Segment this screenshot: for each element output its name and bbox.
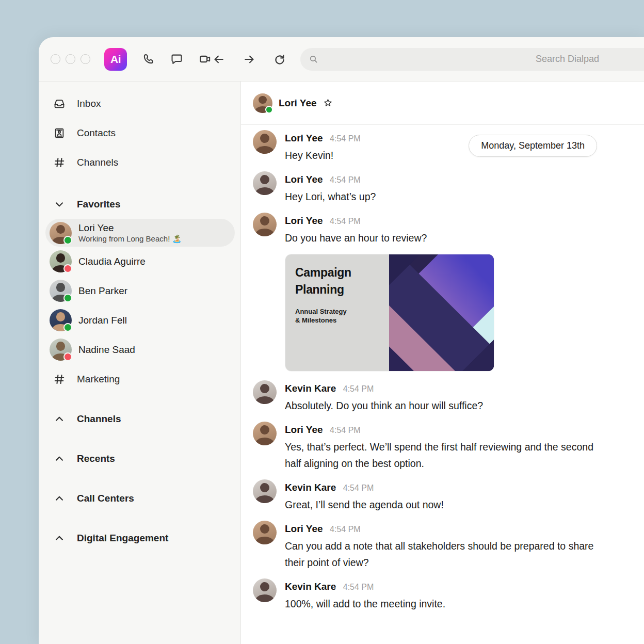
message-text: Do you have an hour to review?	[285, 230, 427, 246]
sidebar-section-digital-engagement[interactable]: Digital Engagement	[39, 523, 240, 553]
chat-title: Lori Yee	[279, 98, 317, 109]
window-body: Inbox Contacts Channels Favorites Lori Y…	[39, 82, 644, 644]
message-sender: Kevin Kare	[285, 383, 336, 394]
window-control-dot[interactable]	[81, 54, 90, 64]
message-text: Great, I’ll send the agenda out now!	[285, 496, 444, 513]
card-artwork	[389, 254, 494, 371]
sidebar-section-favorites[interactable]: Favorites	[39, 189, 240, 219]
avatar	[253, 213, 277, 236]
presence-dot	[63, 294, 72, 302]
contact-name: Claudia Aguirre	[78, 255, 146, 267]
presence-dot	[63, 264, 72, 273]
attachment-row: CampaignPlanning Annual Strategy& Milest…	[285, 254, 625, 372]
sidebar-section-channels[interactable]: Channels	[39, 404, 240, 433]
message-text: 100%, will add to the meeting invite.	[285, 595, 445, 612]
contacts-icon	[53, 126, 66, 140]
window-control-dot[interactable]	[66, 54, 75, 64]
message-sender: Kevin Kare	[285, 482, 336, 493]
sidebar-contact-nadine-saad[interactable]: Nadine Saad	[39, 335, 240, 364]
card-title: CampaignPlanning	[295, 264, 389, 298]
sidebar-contact-claudia-aguirre[interactable]: Claudia Aguirre	[39, 247, 240, 276]
sidebar-item-label: Inbox	[77, 98, 101, 109]
campaign-card-attachment[interactable]: CampaignPlanning Annual Strategy& Milest…	[285, 254, 494, 372]
card-subtitle: Annual Strategy& Milestones	[295, 307, 389, 325]
avatar	[253, 130, 277, 154]
message-time: 4:54 PM	[330, 134, 361, 143]
sidebar-contact-ben-parker[interactable]: Ben Parker	[39, 276, 240, 305]
dialpad-window: Ai	[39, 37, 644, 644]
message-list: Monday, September 13th Lori Yee 4:54 PM …	[241, 125, 644, 644]
message-sender: Lori Yee	[285, 424, 323, 435]
sidebar-section-recents[interactable]: Recents	[39, 444, 240, 473]
section-label: Channels	[77, 413, 121, 425]
avatar	[253, 521, 277, 544]
message-time: 4:54 PM	[330, 175, 361, 184]
contact-name: Lori Yee	[78, 222, 182, 234]
message-sender: Lori Yee	[285, 523, 323, 534]
avatar	[50, 222, 72, 244]
phone-icon[interactable]	[141, 52, 155, 66]
sidebar-item-label: Channels	[77, 157, 118, 168]
avatar	[253, 422, 277, 445]
window-control-dot[interactable]	[51, 54, 60, 64]
avatar	[253, 171, 277, 195]
logo-text: Ai	[110, 53, 121, 66]
presence-dot	[63, 236, 72, 245]
reload-icon[interactable]	[273, 53, 286, 66]
sidebar-item-label: Contacts	[77, 127, 116, 139]
section-label: Favorites	[77, 199, 120, 210]
sidebar: Inbox Contacts Channels Favorites Lori Y…	[39, 82, 241, 644]
sidebar-item-channels[interactable]: Channels	[39, 148, 240, 177]
chat-panel: Lori Yee Monday, September 13th Lori Yee…	[241, 82, 644, 644]
sidebar-nav: Inbox Contacts Channels	[39, 89, 240, 177]
search-icon	[308, 54, 319, 65]
desktop: Ai	[0, 0, 644, 644]
message-time: 4:54 PM	[343, 484, 374, 492]
sidebar-item-inbox[interactable]: Inbox	[39, 89, 240, 118]
dialpad-ai-logo[interactable]: Ai	[104, 48, 127, 71]
section-label: Digital Engagement	[77, 533, 168, 544]
avatar	[50, 280, 72, 302]
hash-icon	[53, 156, 66, 169]
arrow-left-icon[interactable]	[212, 53, 226, 66]
card-text-panel: CampaignPlanning Annual Strategy& Milest…	[285, 254, 389, 371]
message-time: 4:54 PM	[330, 426, 361, 434]
arrow-right-icon[interactable]	[243, 53, 256, 66]
search-bar[interactable]	[300, 48, 644, 71]
inbox-icon	[53, 97, 66, 110]
section-label: Recents	[77, 453, 115, 464]
star-icon[interactable]	[323, 98, 333, 108]
message-time: 4:54 PM	[343, 583, 374, 591]
message: Lori Yee 4:54 PM Yes, that’s perfect. We…	[253, 422, 625, 472]
message-text: Can you add a note that all stakeholders…	[285, 538, 605, 571]
message-text: Hey Lori, what’s up?	[285, 188, 376, 205]
chat-bubble-icon[interactable]	[170, 52, 184, 66]
message: Lori Yee 4:54 PM Hey Lori, what’s up?	[253, 171, 625, 205]
message: Lori Yee 4:54 PM Do you have an hour to …	[253, 213, 625, 246]
chevron-up-icon	[53, 452, 66, 465]
topbar: Ai	[39, 37, 644, 82]
collapsed-sections: Channels Recents Call Centers Digital En…	[39, 404, 240, 553]
video-camera-icon[interactable]	[198, 52, 212, 66]
sidebar-section-call-centers[interactable]: Call Centers	[39, 484, 240, 513]
sidebar-item-marketing[interactable]: Marketing	[39, 364, 240, 394]
presence-dot	[63, 352, 72, 361]
message-text: Absolutely. Do you think an hour will su…	[285, 397, 483, 414]
message-time: 4:54 PM	[343, 384, 374, 393]
message: Kevin Kare 4:54 PM Great, I’ll send the …	[253, 479, 625, 513]
message: Lori Yee 4:54 PM Can you add a note that…	[253, 521, 625, 571]
sidebar-contact-jordan-fell[interactable]: Jordan Fell	[39, 305, 240, 335]
message: Kevin Kare 4:54 PM 100%, will add to the…	[253, 578, 625, 612]
search-input[interactable]	[319, 53, 644, 65]
date-pill: Monday, September 13th	[469, 135, 597, 157]
avatar	[253, 380, 277, 404]
avatar	[253, 578, 277, 602]
chat-header: Lori Yee	[241, 82, 644, 125]
message-sender: Lori Yee	[285, 215, 323, 226]
chevron-up-icon	[53, 532, 66, 545]
contact-name: Jordan Fell	[78, 314, 127, 326]
sidebar-item-contacts[interactable]: Contacts	[39, 118, 240, 148]
message-sender: Kevin Kare	[285, 581, 336, 592]
avatar	[253, 93, 272, 113]
sidebar-contact-lori-yee[interactable]: Lori Yee Working from Long Beach! 🏝️	[45, 219, 235, 247]
